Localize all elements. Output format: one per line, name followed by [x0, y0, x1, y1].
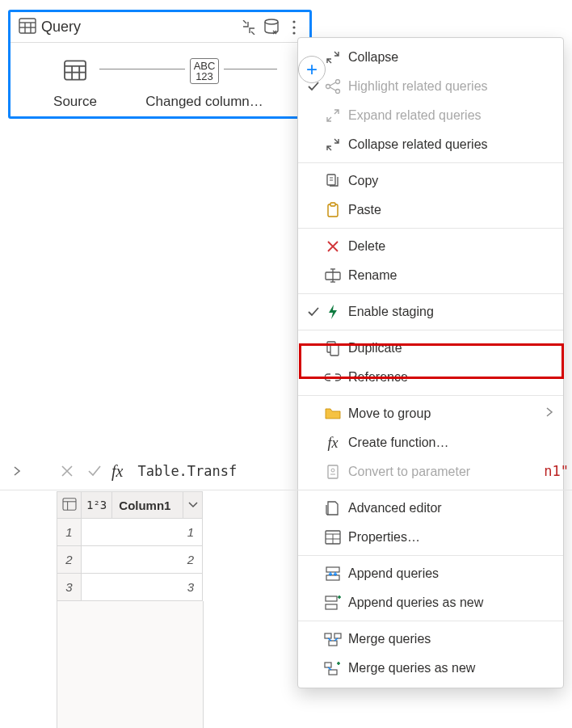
svg-line-17 — [330, 82, 336, 86]
menu-label: Create function… — [348, 436, 553, 450]
menu-enable-staging[interactable]: Enable staging — [298, 297, 563, 326]
chevron-right-icon[interactable] — [5, 459, 29, 483]
svg-rect-40 — [326, 604, 337, 609]
column-type-icon[interactable]: 1²3 — [82, 492, 112, 518]
query-steps: Source ABC123 Changed column… + — [11, 43, 309, 117]
menu-create-function[interactable]: fx Create function… — [298, 428, 563, 457]
menu-properties[interactable]: Properties… — [298, 523, 563, 552]
row-number: 3 — [57, 574, 82, 601]
menu-label: Paste — [348, 203, 553, 217]
svg-point-8 — [292, 32, 295, 34]
editor-icon — [322, 500, 343, 516]
menu-separator — [298, 621, 563, 621]
menu-append-new[interactable]: Append queries as new — [298, 588, 563, 617]
svg-rect-41 — [325, 633, 331, 638]
svg-rect-39 — [326, 596, 337, 601]
column-filter-icon[interactable] — [183, 492, 202, 518]
formula-input[interactable] — [131, 460, 319, 482]
menu-label: Highlight related queries — [348, 79, 553, 94]
step-label: Source — [53, 94, 97, 110]
table-corner[interactable] — [57, 492, 82, 519]
append-icon — [322, 566, 343, 582]
menu-append[interactable]: Append queries — [298, 559, 563, 588]
svg-point-14 — [326, 85, 330, 89]
svg-rect-23 — [330, 203, 335, 206]
menu-label: Rename — [348, 268, 553, 283]
data-table: 1²3 Column1 1 1 2 2 3 3 — [57, 491, 203, 601]
svg-rect-44 — [325, 663, 331, 667]
menu-label: Merge queries — [348, 632, 553, 646]
cell-value[interactable]: 3 — [82, 574, 203, 601]
append-new-icon — [322, 595, 343, 611]
menu-label: Append queries — [348, 566, 553, 581]
step-changed-column[interactable]: ABC123 Changed column… — [140, 53, 269, 110]
cell-value[interactable]: 1 — [82, 519, 203, 546]
menu-label: Delete — [348, 239, 553, 254]
svg-point-7 — [292, 26, 295, 28]
bolt-icon — [322, 304, 343, 320]
menu-expand-related[interactable]: Expand related queries — [298, 101, 563, 130]
paste-icon — [322, 202, 343, 218]
row-number: 1 — [57, 519, 82, 546]
properties-icon — [322, 530, 343, 545]
menu-separator — [298, 395, 563, 396]
svg-rect-45 — [329, 670, 337, 675]
menu-paste[interactable]: Paste — [298, 196, 563, 225]
table-row[interactable]: 1 1 — [57, 519, 203, 546]
merge-new-icon — [322, 661, 343, 675]
column-header[interactable]: 1²3 Column1 — [82, 492, 203, 519]
more-icon[interactable] — [284, 17, 305, 38]
table-row[interactable]: 3 3 — [57, 574, 203, 601]
menu-label: Copy — [348, 174, 553, 188]
svg-rect-9 — [65, 61, 86, 79]
cell-value[interactable]: 2 — [82, 546, 203, 574]
menu-advanced-editor[interactable]: Advanced editor — [298, 494, 563, 523]
menu-delete[interactable]: Delete — [298, 232, 563, 261]
menu-merge-new[interactable]: Merge queries as new — [298, 654, 563, 683]
menu-separator — [298, 228, 563, 229]
svg-rect-42 — [334, 633, 341, 638]
menu-label: Collapse — [348, 50, 553, 65]
step-source[interactable]: Source — [11, 53, 140, 110]
svg-rect-37 — [326, 567, 339, 572]
collapse-icon — [322, 50, 343, 65]
menu-label: Enable staging — [348, 305, 553, 319]
column-name: Column1 — [112, 499, 183, 512]
menu-label: Expand related queries — [348, 108, 553, 123]
menu-copy[interactable]: Copy — [298, 166, 563, 196]
collapse-icon[interactable] — [238, 17, 259, 38]
menu-rename[interactable]: Rename — [298, 261, 563, 290]
menu-label: Move to group — [348, 406, 545, 421]
formula-bar: fx — [0, 455, 572, 487]
svg-rect-0 — [19, 19, 36, 33]
menu-move-to-group[interactable]: Move to group — [298, 399, 563, 428]
table-row[interactable]: 2 2 — [57, 546, 203, 574]
accept-icon[interactable] — [82, 459, 107, 483]
table-icon — [19, 18, 36, 36]
cancel-icon[interactable] — [55, 459, 79, 483]
menu-collapse[interactable]: Collapse — [298, 43, 563, 72]
menu-highlight-related[interactable]: Highlight related queries — [298, 72, 563, 101]
menu-merge[interactable]: Merge queries — [298, 625, 563, 654]
database-icon[interactable] — [261, 17, 282, 38]
fx-icon: fx — [322, 435, 343, 452]
menu-label: Merge queries as new — [348, 661, 553, 675]
copy-icon — [322, 173, 343, 189]
svg-point-15 — [336, 80, 340, 84]
delete-icon — [322, 239, 343, 254]
menu-separator — [298, 162, 563, 163]
menu-collapse-related[interactable]: Collapse related queries — [298, 130, 563, 159]
divider — [0, 490, 572, 490]
share-icon — [322, 79, 343, 94]
folder-icon — [322, 407, 343, 420]
svg-rect-38 — [326, 575, 339, 580]
svg-point-6 — [292, 20, 295, 23]
add-step-button[interactable]: + — [298, 56, 326, 83]
blank-area — [57, 601, 204, 728]
query-card[interactable]: Query Source ABC123 Changed column… + — [8, 10, 312, 119]
fx-label[interactable]: fx — [111, 462, 123, 481]
svg-point-16 — [336, 90, 340, 94]
formula-tail: n1" — [544, 463, 569, 479]
query-card-header: Query — [11, 12, 309, 43]
merge-icon — [322, 632, 343, 646]
